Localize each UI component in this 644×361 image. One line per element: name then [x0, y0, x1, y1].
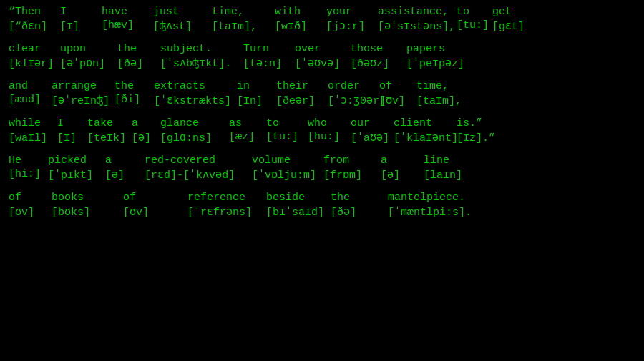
word-0-2: have [102, 6, 153, 18]
word-0-0: “Then [9, 6, 60, 18]
word-4-6: a [381, 154, 424, 167]
phonetic-2-0: [ænd] [9, 94, 52, 107]
word-1-0: clear [9, 43, 60, 55]
word-4-1: picked [48, 154, 105, 167]
word-0-4: time, [212, 6, 275, 18]
line-group-5: ofbooksofreferencebesidethemantelpiece.[… [9, 192, 635, 219]
phonetic-2-3: [ˈɛkstrækts] [154, 94, 237, 107]
phonetic-4-7: [laɪn] [424, 168, 481, 182]
word-3-7: who [308, 117, 351, 129]
phonetic-0-6: [jɔ:r] [326, 19, 378, 33]
word-3-0: while [9, 117, 57, 129]
phonetic-1-4: [tə:n] [243, 56, 295, 70]
phonetic-1-3: [ˈsʌbʤɪkt]. [160, 56, 243, 70]
word-5-6: mantelpiece. [388, 192, 495, 204]
word-0-7: assistance, [378, 6, 457, 18]
phonetic-2-5: [ðeər] [276, 94, 328, 107]
word-2-1: arrange [52, 80, 114, 92]
phonetic-2-7: [ʊv] [379, 94, 416, 107]
text-row-3: whileItakeaglanceastowhoourclientis.” [9, 117, 635, 129]
word-5-3: reference [187, 192, 266, 204]
phonetic-3-10: [ɪz].” [457, 131, 499, 144]
phonetic-row-4: [hi:][ˈpɪkt][ə][rɛd]-[ˈkʌvəd][ˈvɒlju:m][… [9, 168, 635, 182]
phonetic-5-6: [ˈmæntlpi:s]. [388, 205, 495, 219]
phonetic-3-4: [glɑ:ns] [160, 131, 229, 144]
word-3-5: as [229, 117, 266, 129]
word-4-7: line [424, 154, 481, 167]
phonetic-1-0: [klɪər] [9, 56, 60, 70]
word-4-4: volume [252, 154, 323, 167]
phonetic-1-1: [əˈpɒn] [60, 56, 117, 70]
word-3-2: take [87, 117, 132, 129]
phonetic-0-8: [tu:] [457, 19, 492, 33]
word-1-4: Turn [243, 43, 295, 55]
phonetic-0-9: [gɛt] [492, 19, 535, 33]
phonetic-4-0: [hi:] [9, 168, 48, 182]
phonetic-5-2: [ʊv] [123, 205, 187, 219]
phonetic-2-2: [ði] [114, 94, 154, 107]
word-3-9: client [394, 117, 457, 129]
word-5-5: the [331, 192, 388, 204]
phonetic-4-4: [ˈvɒlju:m] [252, 168, 323, 182]
phonetic-5-3: [ˈrɛfrəns] [187, 205, 266, 219]
phonetic-2-4: [ɪn] [237, 94, 276, 107]
phonetic-0-1: [ɪ] [60, 19, 102, 33]
phonetic-row-5: [ʊv][bʊks][ʊv][ˈrɛfrəns][bɪˈsaɪd][ðə][ˈm… [9, 205, 635, 219]
word-4-3: red-covered [145, 154, 252, 167]
line-group-2: andarrangetheextractsintheirorderoftime,… [9, 80, 635, 107]
word-1-6: those [351, 43, 406, 55]
word-0-3: just [153, 6, 212, 18]
phonetic-5-4: [bɪˈsaɪd] [266, 205, 331, 219]
phonetic-0-5: [wɪð] [275, 19, 326, 33]
word-2-4: in [237, 80, 276, 92]
phonetic-4-3: [rɛd]-[ˈkʌvəd] [145, 168, 252, 182]
phonetic-2-8: [taɪm], [416, 94, 474, 107]
phonetic-2-1: [əˈreɪnʤ] [52, 94, 114, 107]
phonetic-4-5: [frɒm] [323, 168, 381, 182]
line-group-0: “ThenIhavejusttime,withyourassistance,to… [9, 6, 635, 33]
phonetic-5-0: [ʊv] [9, 205, 52, 219]
phonetic-4-6: [ə] [381, 168, 424, 182]
phonetic-3-3: [ə] [132, 131, 160, 144]
word-0-1: I [60, 6, 102, 18]
line-group-3: whileItakeaglanceastowhoourclientis.”[wa… [9, 117, 635, 144]
phonetic-5-1: [bʊks] [52, 205, 123, 219]
phonetic-4-2: [ə] [105, 168, 145, 182]
word-3-4: glance [160, 117, 229, 129]
word-0-5: with [275, 6, 326, 18]
word-3-6: to [266, 117, 308, 129]
word-2-6: order [328, 80, 379, 92]
phonetic-1-7: [ˈpeɪpəz] [406, 56, 471, 70]
phonetic-1-5: [ˈəʊvə] [295, 56, 351, 70]
main-content: “ThenIhavejusttime,withyourassistance,to… [0, 0, 644, 234]
word-0-8: to [457, 6, 492, 18]
word-5-1: books [52, 192, 123, 204]
text-row-5: ofbooksofreferencebesidethemantelpiece. [9, 192, 635, 204]
phonetic-0-7: [əˈsɪstəns], [378, 19, 457, 33]
word-1-7: papers [406, 43, 471, 55]
phonetic-5-5: [ðə] [331, 205, 388, 219]
word-5-0: of [9, 192, 52, 204]
word-2-3: extracts [154, 80, 237, 92]
word-2-2: the [114, 80, 154, 92]
word-2-5: their [276, 80, 328, 92]
word-2-7: of [379, 80, 416, 92]
word-2-8: time, [416, 80, 474, 92]
phonetic-row-2: [ænd][əˈreɪnʤ][ði][ˈɛkstrækts][ɪn][ðeər]… [9, 94, 635, 107]
word-1-1: upon [60, 43, 117, 55]
phonetic-1-6: [ðəʊz] [351, 56, 406, 70]
phonetic-3-6: [tu:] [266, 131, 308, 144]
text-row-4: Hepickedared-coveredvolumefromaline [9, 154, 635, 167]
word-5-4: beside [266, 192, 331, 204]
phonetic-3-9: [ˈklaɪənt] [394, 131, 457, 144]
line-group-4: Hepickedared-coveredvolumefromaline[hi:]… [9, 154, 635, 182]
line-group-1: clearuponthesubject.Turnoverthosepapers[… [9, 43, 635, 70]
text-row-1: clearuponthesubject.Turnoverthosepapers [9, 43, 635, 55]
phonetic-0-0: [“ðɛn] [9, 19, 60, 33]
phonetic-0-3: [ʤʌst] [153, 19, 212, 33]
word-5-2: of [123, 192, 187, 204]
word-2-0: and [9, 80, 52, 92]
word-1-3: subject. [160, 43, 243, 55]
word-3-8: our [351, 117, 394, 129]
phonetic-3-5: [æz] [229, 131, 266, 144]
